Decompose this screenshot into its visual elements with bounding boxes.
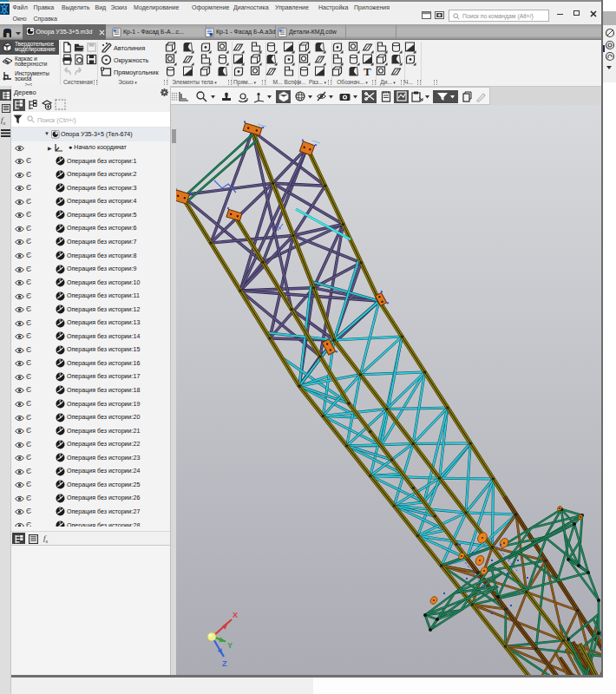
svg-text:Y: Y [227,641,233,650]
svg-text:Z: Z [222,659,227,668]
svg-text:T: T [364,65,371,78]
svg-text:X: X [233,611,238,619]
